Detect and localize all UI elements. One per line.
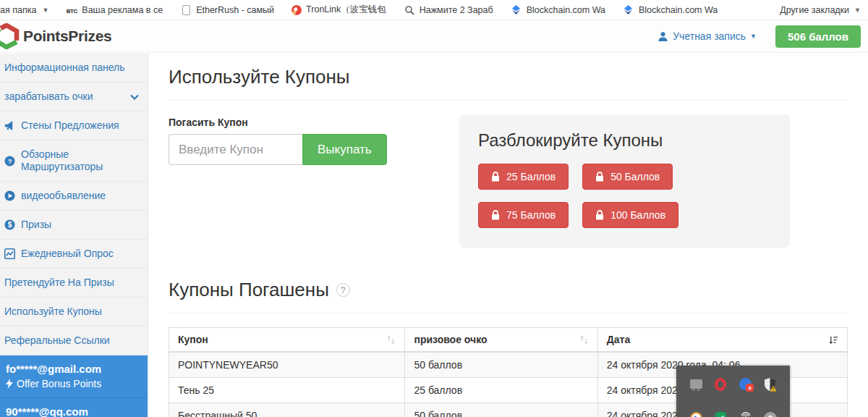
redeemed-title-text: Купоны Погашены [169,279,329,301]
lock-icon [491,172,500,182]
lock-icon [491,210,500,220]
divider [169,100,848,101]
sidebar-item-label: Ежедневный Опрос [21,248,139,260]
main-content: Используйте Купоны Погасить Купон Выкупа… [148,54,868,417]
column-label: Дата [607,334,630,345]
column-header-coupon[interactable]: Купон [169,328,405,353]
bookmark-item[interactable]: Blockchain.com Wa [623,4,718,16]
system-tray-popup [676,366,790,417]
sidebar-item-offer-walls[interactable]: Стены Предложения [0,111,148,140]
unlock-button-label: 75 Баллов [506,209,556,221]
brand-logo[interactable]: PointsPrizes [0,23,111,49]
sidebar-item-prizes[interactable]: $ Призы [0,211,148,240]
tray-icon-display[interactable] [689,377,703,392]
unlock-panel-title: Разблокируйте Купоны [478,130,771,151]
bonus-email: fo*****@gmail.com [6,363,140,375]
lock-icon [595,172,604,182]
unlock-coupons-panel: Разблокируйте Купоны 25 Баллов 50 Баллов… [459,114,790,248]
person-icon [658,31,668,42]
caret-down-icon: ▼ [42,7,48,14]
unlock-button-label: 50 Баллов [610,171,660,182]
blockchain-icon [511,4,522,16]
tray-icon-antivirus-check[interactable] [713,411,728,417]
sidebar-item-label: видеообъявление [21,190,139,202]
sidebar-item-survey-routers[interactable]: ? Обзорные Маршрутизаторы [0,140,148,182]
sidebar-item-earn-points[interactable]: зарабатывать очки [0,83,148,111]
lock-icon [595,210,604,220]
play-circle-icon [4,190,15,201]
bookmark-item[interactable]: TronLink（波宝钱包 [292,4,386,16]
bonus-link-gmail[interactable]: fo*****@gmail.com Offer Bonus Points [0,355,148,398]
bookmark-item[interactable]: Blockchain.com Wa [511,4,605,16]
sidebar-item-claim-prizes[interactable]: Претендуйте На Призы [0,269,148,298]
unlock-25-button[interactable]: 25 Баллов [478,164,569,190]
tray-icon-transmitter[interactable] [739,411,753,417]
tray-icon-defender-alert[interactable] [763,377,778,392]
sidebar-item-referral-links[interactable]: Реферальные Ссылки [0,327,148,355]
other-bookmarks-button[interactable]: Другие закладки ▼ [780,5,861,15]
chart-icon [4,248,15,259]
unlock-100-button[interactable]: 100 Баллов [582,202,678,228]
tray-icon-media-player[interactable] [689,411,703,417]
help-icon[interactable] [336,283,350,297]
sort-icon [579,335,589,345]
unlock-50-button[interactable]: 50 Баллов [582,164,673,190]
bookmark-item[interactable]: Нажмите 2 Зараб [404,4,493,16]
page-title: Используйте Купоны [169,66,848,88]
sidebar-item-label: Реферальные Ссылки [4,334,139,347]
megaphone-icon [4,120,15,131]
bookmark-label: ая папка [0,5,36,15]
coupon-input[interactable] [169,134,302,165]
bookmark-item[interactable]: Ваша реклама в се [66,4,163,16]
tray-icon-opera[interactable] [713,377,728,392]
pointsprizes-logo-icon [0,23,20,49]
cell-coupon: POINTYNEWYEAR50 [169,352,405,378]
sidebar-item-label: Обзорные Маршрутизаторы [21,148,139,173]
tray-icon-skype[interactable] [763,411,778,417]
sort-icon [386,335,396,345]
bookmark-label: Blockchain.com Wa [527,5,605,15]
page-icon [180,4,192,16]
sidebar: Информационная панель зарабатывать очки … [0,54,148,417]
sidebar-item-daily-poll[interactable]: Ежедневный Опрос [0,240,148,269]
sort-desc-icon [828,335,838,345]
sidebar-item-use-coupons[interactable]: Используйте Купоны [0,298,148,327]
chevron-down-icon [130,90,139,103]
bookmark-label: EtherRush - самый [196,5,274,15]
sidebar-item-label: Призы [21,219,139,231]
sidebar-item-label: Стены Предложения [21,119,139,132]
redeem-coupon-form: Погасить Купон Выкупать [169,114,459,165]
tronlink-icon [292,5,302,15]
points-badge[interactable]: 506 баллов [775,25,861,48]
cell-coupon: Тень 25 [169,378,405,403]
cell-points: 25 баллов [405,378,597,403]
sidebar-item-label: зарабатывать очки [4,90,124,103]
unlock-button-label: 25 Баллов [506,171,556,182]
column-header-points[interactable]: призовое очко [405,328,597,353]
unlock-button-label: 100 Баллов [610,209,665,221]
search-icon [404,4,415,16]
bookmark-label: Ваша реклама в се [82,5,163,15]
other-bookmarks-label: Другие закладки [780,5,849,15]
bookmark-item[interactable]: EtherRush - самый [180,4,274,16]
redeem-button[interactable]: Выкупать [302,134,387,165]
svg-text:?: ? [8,157,12,164]
cell-points: 50 баллов [405,352,597,378]
account-menu[interactable]: Учетная запись ▼ [658,30,757,42]
cell-coupon: Бесстрашный 50 [169,403,405,417]
lightning-icon [6,379,13,389]
cell-points: 50 баллов [405,403,597,417]
bookmark-label: TronLink（波宝钱包 [306,4,386,16]
bookmarks-bar: ая папка ▼ Ваша реклама в се EtherRush -… [0,0,868,20]
column-header-date[interactable]: Дата [597,328,847,353]
bonus-label: Offer Bonus Points [17,378,101,389]
bonus-link-qq[interactable]: 90*****@qq.com Offer Bonus Points [0,398,148,417]
unlock-75-button[interactable]: 75 Баллов [478,202,569,228]
bookmark-folder[interactable]: ая папка ▼ [0,5,48,15]
column-label: Купон [178,334,208,345]
sidebar-item-label: Информационная панель [4,62,139,74]
caret-down-icon: ▼ [750,33,757,40]
sidebar-item-video-ads[interactable]: видеообъявление [0,182,148,211]
tray-icon-photos-app[interactable] [739,377,753,392]
sidebar-item-dashboard[interactable]: Информационная панель [0,54,148,83]
